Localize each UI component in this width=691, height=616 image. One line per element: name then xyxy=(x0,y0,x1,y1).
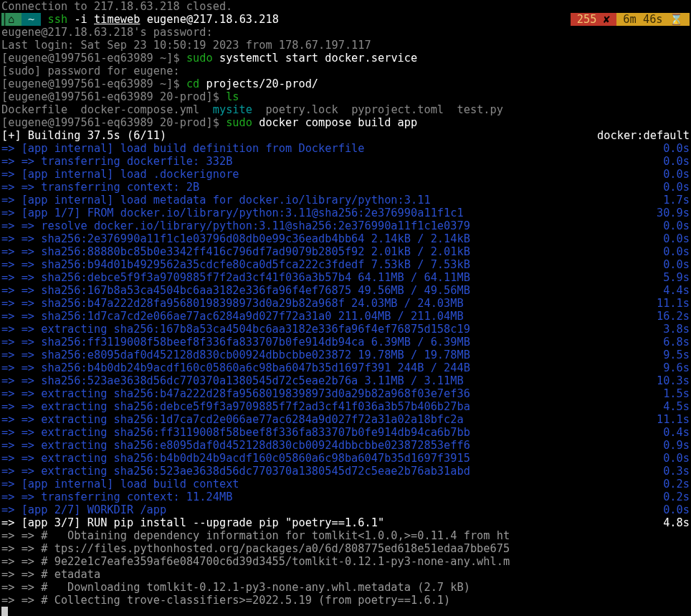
shell-prompt-3: [eugene@1997561-eq63989 20-prod]$ xyxy=(1,90,226,103)
build-step-line: => => sha256:1d7ca7cd2e066ae77ac6284a9d0… xyxy=(1,310,464,323)
cmd-ls: ls xyxy=(226,90,239,103)
shell-prompt-2: [eugene@1997561-eq63989 ~]$ xyxy=(1,77,186,90)
build-step-line: => => extracting sha256:1d7ca7cd2e066ae7… xyxy=(1,413,464,426)
build-log-line: => => # Obtaining dependency information… xyxy=(1,529,510,542)
build-header: [+] Building 37.5s (6/11)docker:default xyxy=(1,129,166,142)
build-step-line: => [app internal] load build definition … xyxy=(1,142,365,155)
build-step-line: => => sha256:e8095daf0d452128d830cb00924… xyxy=(1,349,470,361)
build-step-line: => [app 2/7] WORKDIR /app0.0s xyxy=(1,503,166,516)
build-log-line: => => # Collecting trove-classifiers>=20… xyxy=(1,594,450,607)
shell-prompt-1: [eugene@1997561-eq63989 ~]$ xyxy=(1,52,186,65)
build-step-line: => => extracting sha256:ff3119008f58beef… xyxy=(1,426,470,439)
cmd-args-2: projects/20-prod/ xyxy=(199,77,318,90)
build-step-line: => => extracting sha256:b47a222d28fa9568… xyxy=(1,387,470,400)
build-step-line: => => sha256:b94d01b4929562a35cdcfe80ca0… xyxy=(1,258,470,271)
build-log-line: => => # Downloading tomlkit-0.12.1-py3-n… xyxy=(1,581,470,594)
build-step-line: => => transferring dockerfile: 332B0.0s xyxy=(1,155,232,168)
last-login-line: Last login: Sat Sep 23 10:50:19 2023 fro… xyxy=(1,39,371,52)
build-step-line: => => extracting sha256:debce5f9f3a97098… xyxy=(1,400,470,413)
build-log-line: => => # etadata xyxy=(1,568,100,581)
sudo-password-prompt: [sudo] password for eugene: xyxy=(1,65,180,77)
ls-output: Dockerfile docker-compose.yml mysite poe… xyxy=(1,103,503,116)
build-log-line: => => # 9e22e1c7eafe359af6e084700c6d39d3… xyxy=(1,555,510,568)
build-step-line: => => sha256:ff3119008f58beef8f336fa8337… xyxy=(1,336,470,349)
build-step-line: => => sha256:88880bc85b0e3342ff416c796df… xyxy=(1,245,470,258)
closed-connection-line: Connection to 217.18.63.218 closed. xyxy=(1,0,232,13)
build-step-line: => => sha256:2e376990a11f1c1e03796d08db0… xyxy=(1,232,470,245)
terminal-output[interactable]: Connection to 217.18.63.218 closed. ⎮⌂ ~… xyxy=(0,0,691,616)
build-step-line: => => sha256:523ae3638d56dc770370a138054… xyxy=(1,374,464,387)
build-step-line: => => transferring context: 2B0.0s xyxy=(1,181,199,194)
build-step-line: => [app internal] load .dockerignore0.0s xyxy=(1,168,239,181)
build-step-line: => => sha256:b4b0db24b9acdf160c05860a6c9… xyxy=(1,361,470,374)
cmd-args-4: docker compose build app xyxy=(252,116,417,129)
build-log-line: => => # tps://files.pythonhosted.org/pac… xyxy=(1,542,510,555)
build-step-line: => => sha256:debce5f9f3a9709885f7f2ad3cf… xyxy=(1,271,470,284)
password-prompt: eugene@217.18.63.218's password: xyxy=(1,26,213,39)
ls-dir-mysite: mysite xyxy=(213,103,252,116)
build-step-line: => => transferring context: 11.24MB0.2s xyxy=(1,491,232,503)
build-step-line: => [app internal] load build context0.2s xyxy=(1,478,239,491)
powerline-prompt: ⎮⌂ ~ ssh -i timeweb eugene@217.18.63.218… xyxy=(1,13,279,26)
shell-prompt-4: [eugene@1997561-eq63989 20-prod]$ xyxy=(1,116,226,129)
build-step-line: => [app internal] load metadata for dock… xyxy=(1,194,431,207)
build-step-line: => => sha256:167b8a53ca4504bc6aa3182e336… xyxy=(1,284,470,297)
build-step-line: => => extracting sha256:523ae3638d56dc77… xyxy=(1,465,470,478)
build-step-line: => => resolve docker.io/library/python:3… xyxy=(1,219,470,232)
terminal-cursor xyxy=(1,607,8,616)
build-step-line: => => sha256:b47a222d28fa95680198398973d… xyxy=(1,297,464,310)
build-step-line: => => extracting sha256:167b8a53ca4504bc… xyxy=(1,323,470,336)
cmd-sudo: sudo xyxy=(186,52,213,65)
build-step-active: => [app 3/7] RUN pip install --upgrade p… xyxy=(1,516,384,529)
cmd-args-1: systemctl start docker.service xyxy=(213,52,418,65)
build-step-line: => => extracting sha256:b4b0db24b9acdf16… xyxy=(1,452,470,465)
build-step-line: => [app 1/7] FROM docker.io/library/pyth… xyxy=(1,207,464,219)
cmd-cd: cd xyxy=(186,77,199,90)
cmd-sudo-2: sudo xyxy=(226,116,252,129)
build-step-line: => => extracting sha256:e8095daf0d452128… xyxy=(1,439,470,452)
